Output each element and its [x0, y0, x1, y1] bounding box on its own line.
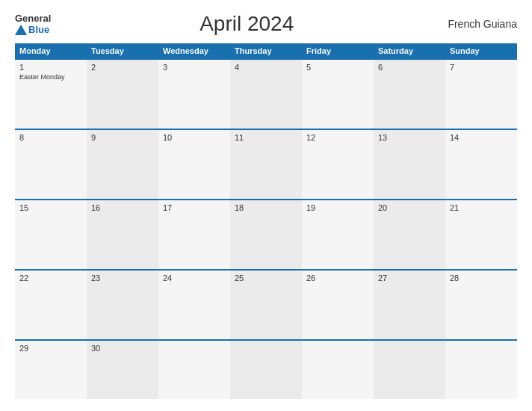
calendar-cell: 13 — [374, 130, 445, 199]
cell-date: 16 — [91, 203, 154, 212]
calendar-cell: 23 — [87, 271, 158, 339]
cell-date: 1 — [19, 63, 82, 72]
day-header: Wednesday — [158, 43, 230, 58]
logo-blue-text: Blue — [28, 24, 49, 35]
calendar-grid: 1Easter Monday23456789101112131415161718… — [15, 58, 517, 399]
calendar-cell: 17 — [158, 200, 230, 269]
calendar-cell: 21 — [445, 200, 517, 269]
calendar-week-1: 1Easter Monday234567 — [15, 58, 517, 129]
cell-date: 21 — [450, 203, 513, 212]
cell-date: 7 — [450, 63, 513, 72]
day-header: Sunday — [445, 43, 517, 58]
calendar-cell: 3 — [158, 60, 230, 129]
cell-date: 15 — [19, 203, 82, 212]
calendar-page: General Blue April 2024 French Guiana Mo… — [0, 0, 532, 411]
cell-date: 8 — [19, 133, 82, 142]
calendar-week-3: 15161718192021 — [15, 199, 517, 269]
cell-date: 2 — [91, 63, 154, 72]
cell-date: 12 — [306, 133, 369, 142]
cell-date: 17 — [163, 203, 226, 212]
calendar-week-2: 891011121314 — [15, 129, 517, 199]
cell-date: 10 — [163, 133, 226, 142]
cell-date: 23 — [91, 274, 154, 282]
calendar-cell: 1Easter Monday — [15, 60, 87, 129]
cell-date: 4 — [235, 63, 297, 72]
cell-date: 14 — [450, 133, 513, 142]
calendar-cell: 20 — [374, 200, 445, 269]
cell-date: 18 — [235, 203, 297, 212]
day-header: Saturday — [374, 43, 445, 58]
calendar-cell: 7 — [445, 60, 517, 129]
calendar-cell: 12 — [302, 130, 374, 199]
day-header: Thursday — [230, 43, 302, 58]
calendar-cell: 27 — [374, 271, 445, 339]
calendar-cell: 29 — [15, 341, 87, 399]
calendar-cell: 15 — [15, 200, 87, 269]
cell-date: 5 — [306, 63, 369, 72]
logo-general-text: General — [15, 13, 51, 24]
calendar-cell: 26 — [302, 271, 374, 339]
logo-triangle-icon — [15, 25, 27, 35]
cell-date: 26 — [306, 274, 369, 282]
cell-date: 24 — [163, 274, 226, 282]
calendar-cell: 9 — [87, 130, 158, 199]
day-header: Tuesday — [87, 43, 158, 58]
calendar-cell: 30 — [87, 341, 158, 399]
cell-event: Easter Monday — [19, 73, 82, 81]
calendar-cell: 6 — [374, 60, 445, 129]
calendar-cell: 24 — [158, 271, 230, 339]
calendar-cell: 10 — [158, 130, 230, 199]
cell-date: 28 — [450, 274, 513, 282]
calendar-cell: 8 — [15, 130, 87, 199]
calendar-cell: 4 — [230, 60, 302, 129]
cell-date: 25 — [235, 274, 297, 282]
calendar-cell: 11 — [230, 130, 302, 199]
cell-date: 29 — [19, 344, 82, 353]
logo-blue-row: Blue — [15, 24, 49, 35]
logo: General Blue — [15, 13, 51, 35]
calendar-cell: 14 — [445, 130, 517, 199]
cell-date: 6 — [378, 63, 441, 72]
day-header: Monday — [15, 43, 87, 58]
calendar-cell: 28 — [445, 271, 517, 339]
calendar-cell: 25 — [230, 271, 302, 339]
calendar-cell — [230, 341, 302, 399]
day-header: Friday — [302, 43, 374, 58]
calendar-cell — [302, 341, 374, 399]
header: General Blue April 2024 French Guiana — [15, 12, 517, 36]
calendar-cell: 2 — [87, 60, 158, 129]
cell-date: 3 — [163, 63, 226, 72]
cell-date: 9 — [91, 133, 154, 142]
calendar-cell: 22 — [15, 271, 87, 339]
calendar-cell — [445, 341, 517, 399]
calendar-title: April 2024 — [200, 12, 294, 36]
calendar-week-4: 22232425262728 — [15, 269, 517, 339]
cell-date: 19 — [306, 203, 369, 212]
cell-date: 30 — [91, 344, 154, 353]
calendar-cell — [374, 341, 445, 399]
calendar-cell: 16 — [87, 200, 158, 269]
calendar-cell: 5 — [302, 60, 374, 129]
calendar-cell: 18 — [230, 200, 302, 269]
cell-date: 22 — [19, 274, 82, 282]
calendar-cell: 19 — [302, 200, 374, 269]
cell-date: 20 — [378, 203, 441, 212]
cell-date: 13 — [378, 133, 441, 142]
day-headers: MondayTuesdayWednesdayThursdayFridaySatu… — [15, 43, 517, 58]
region-label: French Guiana — [442, 18, 517, 30]
calendar-cell — [158, 341, 230, 399]
cell-date: 11 — [235, 133, 297, 142]
cell-date: 27 — [378, 274, 441, 282]
calendar-week-5: 2930 — [15, 339, 517, 399]
